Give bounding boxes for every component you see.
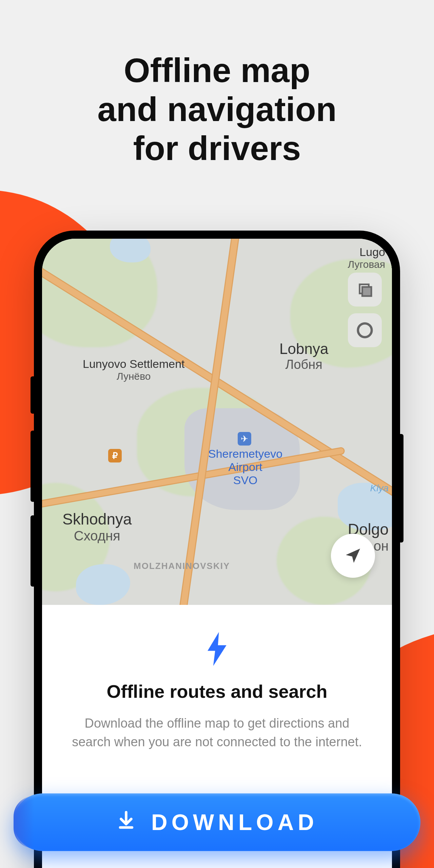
- map-label-lugovaya: Lugo Луговая: [348, 245, 385, 270]
- download-label: DOWNLOAD: [151, 809, 318, 835]
- headline: Offline map and navigation for drivers: [0, 51, 434, 168]
- phone-screen: Lugo Луговая Lobnya Лобня Lunyovo Settle…: [42, 239, 392, 868]
- download-icon: [116, 809, 136, 835]
- map-label-lobnya: Lobnya Лобня: [279, 340, 328, 372]
- headline-line1: Offline map: [0, 51, 434, 90]
- bolt-icon: [205, 632, 229, 666]
- map-label-lunyovo: Lunyovo Settlement Лунёво: [83, 357, 185, 382]
- airplane-icon: ✈: [238, 432, 251, 446]
- map-label-district: MOLZHANINOVSKIY: [134, 561, 230, 571]
- ruble-icon: ₽: [108, 449, 122, 462]
- headline-line2: and navigation: [0, 90, 434, 129]
- download-button[interactable]: DOWNLOAD: [14, 793, 420, 851]
- svg-rect-1: [362, 287, 371, 296]
- locate-button[interactable]: [331, 534, 375, 578]
- location-arrow-icon: [343, 546, 362, 565]
- layers-button[interactable]: [348, 273, 382, 307]
- map-label-river: Klya: [370, 483, 389, 494]
- compass-button[interactable]: [348, 313, 382, 347]
- svg-point-2: [358, 323, 372, 337]
- map-label-skhodnya: Skhodnya Сходня: [62, 510, 132, 544]
- card-title: Offline routes and search: [66, 681, 368, 702]
- map-label-sheremetyevo: Sheremetyevo Airport SVO: [208, 447, 282, 487]
- headline-line3: for drivers: [0, 129, 434, 168]
- layers-icon: [357, 282, 373, 297]
- phone-frame: Lugo Луговая Lobnya Лобня Lunyovo Settle…: [34, 231, 400, 868]
- compass-icon: [356, 321, 374, 339]
- card-body: Download the offline map to get directio…: [66, 714, 368, 751]
- map-view[interactable]: Lugo Луговая Lobnya Лобня Lunyovo Settle…: [42, 239, 392, 605]
